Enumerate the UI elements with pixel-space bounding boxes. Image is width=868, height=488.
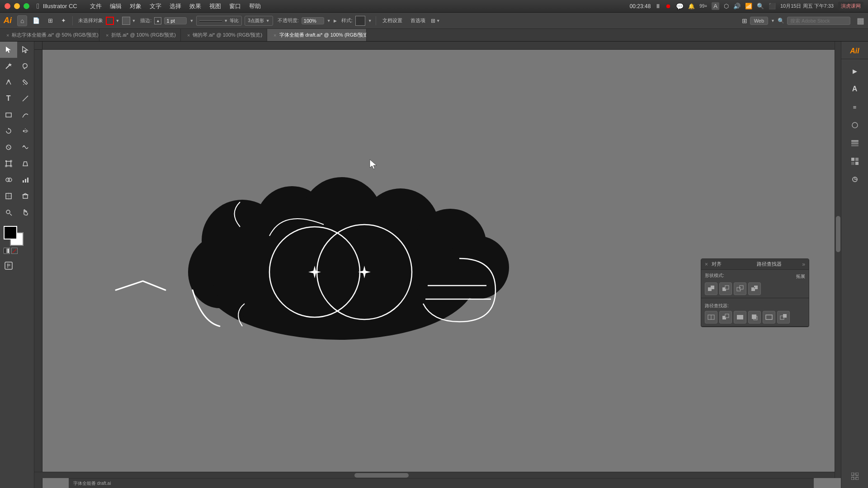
crop-btn[interactable]	[748, 311, 761, 324]
align-toggle[interactable]: ⊞ ▼	[431, 18, 440, 24]
style-arrow[interactable]: ▼	[368, 19, 372, 23]
tool-pencil[interactable]	[17, 74, 34, 90]
search-icon[interactable]: 🔍	[757, 3, 764, 9]
tab-1[interactable]: × 折纸.ai* @ 100% (RGB/预览)	[99, 29, 181, 41]
tool-scale[interactable]	[0, 139, 17, 155]
tab-2-close[interactable]: ×	[187, 33, 190, 38]
tool-direct-select[interactable]	[17, 42, 34, 58]
scroll-thumb-horizontal[interactable]	[354, 473, 409, 478]
opacity-value[interactable]: 100%	[302, 17, 324, 24]
stroke-value[interactable]: 1 pt	[164, 17, 187, 24]
pathfinder-tab[interactable]: 路径查找器	[757, 261, 802, 267]
tool-pen[interactable]	[0, 74, 17, 90]
tool-perspective[interactable]	[17, 155, 34, 172]
intersect-btn[interactable]	[734, 282, 746, 295]
tool-magic-wand[interactable]	[0, 58, 17, 74]
style-box[interactable]	[355, 16, 365, 26]
new-document-btn[interactable]: 📄	[30, 15, 42, 26]
stroke-shape-arrow[interactable]: ▼	[266, 19, 270, 23]
star-btn[interactable]: ✦	[58, 15, 69, 26]
tool-chart[interactable]	[17, 172, 34, 188]
rp-layers-icon[interactable]	[847, 135, 863, 151]
tool-lasso[interactable]	[17, 58, 34, 74]
stroke-color-arrow[interactable]: ▼	[115, 19, 119, 23]
fill-color[interactable]: ▼	[122, 17, 136, 25]
menu-help[interactable]: 帮助	[245, 1, 264, 11]
control-center-icon[interactable]: ⬛	[769, 3, 776, 9]
traffic-lights[interactable]	[5, 3, 29, 9]
rp-appearance-icon[interactable]	[847, 171, 863, 188]
stroke-color[interactable]: ▼	[106, 17, 119, 25]
menu-edit[interactable]: 编辑	[106, 1, 125, 11]
stroke-line-arrow[interactable]: ▼	[224, 19, 228, 23]
minimize-button[interactable]	[14, 3, 20, 9]
tool-free-transform[interactable]	[0, 155, 17, 172]
search-input[interactable]	[787, 17, 850, 25]
tool-line[interactable]	[17, 90, 34, 107]
canvas-area[interactable]: /* ruler ticks */	[34, 42, 841, 488]
menu-select[interactable]: 选择	[166, 1, 185, 11]
stroke-shape-select[interactable]: 3点圆形 ▼	[245, 16, 273, 26]
home-btn[interactable]: ⌂	[17, 15, 27, 26]
panel-close-btn[interactable]: ×	[705, 261, 708, 267]
minus-back-btn[interactable]	[777, 311, 790, 324]
menu-object[interactable]: 对象	[126, 1, 145, 11]
rp-type-icon[interactable]: A	[847, 81, 863, 97]
web-arrow[interactable]: ▼	[771, 19, 775, 23]
opacity-more[interactable]: ▶	[334, 19, 337, 23]
preferences-btn[interactable]: 首选项	[408, 15, 428, 26]
tab-3-close[interactable]: ×	[274, 33, 276, 38]
panel-double-arrow[interactable]: »	[802, 261, 805, 267]
merge-btn[interactable]	[734, 311, 746, 324]
tool-type[interactable]: T	[0, 90, 17, 107]
tab-1-close[interactable]: ×	[106, 33, 108, 38]
doc-settings-btn[interactable]: 文档设置	[380, 15, 405, 26]
stroke-color-box[interactable]	[106, 17, 114, 25]
menu-file[interactable]: 文件	[86, 1, 105, 11]
tool-select[interactable]	[0, 42, 17, 58]
menu-window[interactable]: 窗口	[226, 1, 245, 11]
unite-btn[interactable]	[705, 282, 717, 295]
tool-pencil2[interactable]	[17, 107, 34, 123]
opacity-arrow[interactable]: ▼	[327, 19, 331, 23]
scrollbar-horizontal[interactable]	[34, 472, 835, 478]
outline-btn[interactable]	[763, 311, 775, 324]
stroke-value-arrow[interactable]: ▼	[189, 19, 193, 23]
stroke-line-select[interactable]: ▼ 等比	[196, 16, 242, 26]
tab-0[interactable]: × 标志字体全能番.ai* @ 50% (RGB/预览)	[0, 29, 99, 41]
rp-grid-icon[interactable]	[847, 468, 863, 488]
scrollbar-vertical[interactable]	[835, 42, 841, 478]
tab-0-close[interactable]: ×	[6, 33, 9, 38]
tool-artboard[interactable]	[0, 188, 17, 204]
rp-circle-icon[interactable]	[847, 117, 863, 133]
minus-front-btn[interactable]	[719, 282, 732, 295]
grid-view-btn[interactable]: ⊞	[45, 15, 56, 26]
close-button[interactable]	[5, 3, 10, 9]
none-icon[interactable]	[11, 248, 18, 254]
exclude-btn[interactable]	[748, 282, 761, 295]
symbol-tool[interactable]	[0, 258, 34, 277]
menu-view[interactable]: 视图	[206, 1, 225, 11]
tab-3[interactable]: × 字体全能番 draft.ai* @ 100% (RGB/预览)	[267, 29, 367, 41]
maximize-button[interactable]	[24, 3, 29, 9]
rp-play-icon[interactable]: ▶	[847, 63, 863, 79]
menu-effects[interactable]: 效果	[186, 1, 205, 11]
tool-symbol[interactable]	[0, 258, 17, 274]
rp-align-icon[interactable]: ≡	[847, 99, 863, 115]
tool-rectangle[interactable]	[0, 107, 17, 123]
expand-btn[interactable]: 拓展	[796, 273, 805, 280]
tool-zoom[interactable]	[0, 204, 17, 221]
tool-3d[interactable]	[17, 188, 34, 204]
align-arrow[interactable]: ▼	[436, 19, 440, 23]
fill-foreground[interactable]	[4, 226, 17, 239]
scroll-thumb-vertical[interactable]	[836, 216, 840, 252]
tool-rotate[interactable]	[0, 123, 17, 139]
divide-btn[interactable]	[705, 311, 717, 324]
tool-hand[interactable]	[17, 204, 34, 221]
gradient-icon[interactable]	[4, 248, 10, 254]
color-stack[interactable]	[4, 226, 24, 246]
menu-text[interactable]: 文字	[146, 1, 165, 11]
stroke-icon[interactable]: ▲	[154, 17, 161, 24]
fill-color-box[interactable]	[122, 17, 130, 25]
trim-btn[interactable]	[719, 311, 732, 324]
